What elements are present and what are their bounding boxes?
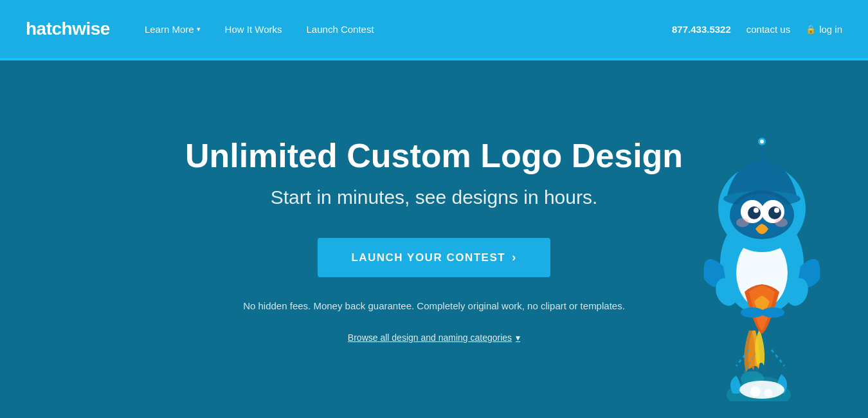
lock-icon: 🔒 xyxy=(806,24,816,34)
svg-point-22 xyxy=(741,307,764,318)
browse-categories-link[interactable]: Browse all design and naming categories … xyxy=(348,332,520,343)
svg-point-4 xyxy=(750,386,761,397)
hero-content: Unlimited Custom Logo Design Start in mi… xyxy=(185,138,683,343)
hero-section: Unlimited Custom Logo Design Start in mi… xyxy=(0,60,868,418)
svg-point-18 xyxy=(736,218,749,227)
nav-how-it-works[interactable]: How It Works xyxy=(216,19,291,40)
mascot-container xyxy=(649,80,829,401)
main-nav: Learn More ▾ How It Works Launch Contest xyxy=(136,19,672,40)
mascot-svg xyxy=(649,80,829,401)
svg-point-17 xyxy=(774,208,779,213)
svg-point-19 xyxy=(775,218,788,227)
nav-launch-contest[interactable]: Launch Contest xyxy=(298,19,383,40)
svg-line-29 xyxy=(772,350,784,366)
nav-learn-more[interactable]: Learn More ▾ xyxy=(136,19,210,40)
hero-subtitle: Start in minutes, see designs in hours. xyxy=(185,185,683,210)
chevron-down-icon: ▾ xyxy=(197,25,201,33)
login-link[interactable]: 🔒 log in xyxy=(806,24,842,35)
svg-point-16 xyxy=(754,208,759,213)
svg-point-26 xyxy=(760,140,764,143)
contact-link[interactable]: contact us xyxy=(746,24,790,35)
phone-number: 877.433.5322 xyxy=(672,24,731,35)
logo[interactable]: hatchwise xyxy=(26,19,110,39)
header-right: 877.433.5322 contact us 🔒 log in xyxy=(672,24,842,35)
browse-chevron-icon: ▾ xyxy=(516,332,520,343)
site-header: hatchwise Learn More ▾ How It Works Laun… xyxy=(0,0,868,58)
svg-point-23 xyxy=(761,307,784,318)
hero-disclaimer: No hidden fees. Money back guarantee. Co… xyxy=(185,300,683,311)
svg-point-5 xyxy=(764,389,772,397)
hero-title: Unlimited Custom Logo Design xyxy=(185,138,683,174)
launch-contest-cta[interactable]: LAUNCH YOUR CONTEST › xyxy=(318,238,550,277)
svg-point-15 xyxy=(768,206,781,219)
cta-arrow-icon: › xyxy=(512,251,517,264)
svg-point-14 xyxy=(748,206,761,219)
svg-point-3 xyxy=(739,381,784,399)
